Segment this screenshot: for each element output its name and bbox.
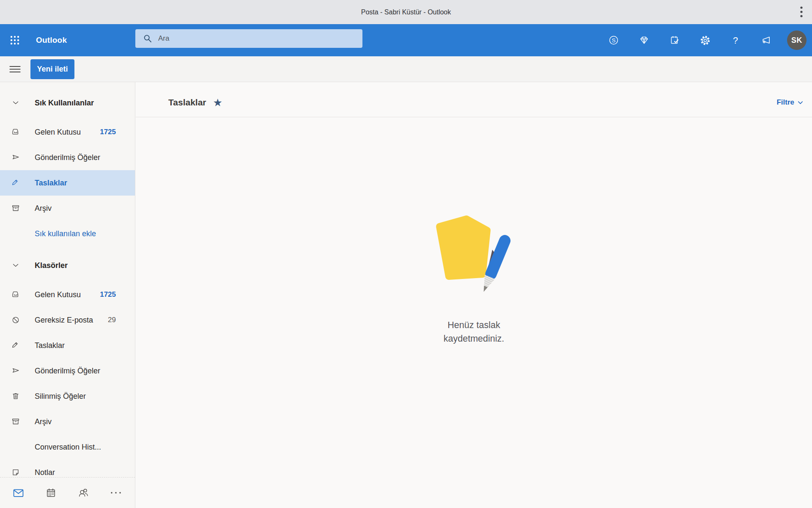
mail-module-icon[interactable] [10, 484, 27, 501]
my-day-tasks-icon[interactable] [665, 31, 684, 50]
appbar-right-icons: S [604, 24, 807, 56]
account-avatar[interactable]: SK [787, 30, 807, 50]
item-label: Gelen Kutusu [31, 290, 81, 299]
feedback-megaphone-icon[interactable] [757, 31, 775, 50]
new-message-button[interactable]: Yeni ileti [30, 59, 74, 79]
sidebar-item-junk[interactable]: Gereksiz E-posta 29 [0, 307, 135, 333]
favorites-items: Gelen Kutusu 1725 Gönderilmiş Öğeler Tas… [0, 119, 135, 246]
sidebar-item-archive[interactable]: Arşiv [0, 196, 135, 221]
item-label: Silinmiş Öğeler [31, 392, 86, 401]
sidebar-item-archive[interactable]: Arşiv [0, 409, 135, 434]
item-label: Taslaklar [31, 341, 65, 350]
calendar-module-icon[interactable] [42, 484, 59, 501]
svg-text:S: S [612, 37, 615, 44]
section-header-folders[interactable]: Klasörler [0, 256, 135, 275]
app-header-bar: Outlook S [0, 24, 812, 56]
empty-drafts-state: Henüz taslak kaydetmediniz. [136, 214, 812, 345]
sidebar-item-inbox[interactable]: Gelen Kutusu 1725 [0, 282, 135, 307]
empty-line-2: kaydetmediniz. [444, 332, 504, 345]
sidebar-item-inbox[interactable]: Gelen Kutusu 1725 [0, 119, 135, 145]
browser-menu-kebab-icon[interactable] [798, 5, 805, 20]
item-label: Gelen Kutusu [31, 128, 81, 137]
item-label: Arşiv [31, 417, 52, 426]
item-label: Arşiv [31, 204, 52, 213]
folder-sidebar: Sık Kullanılanlar Gelen Kutusu 1725 [0, 82, 135, 508]
item-label: Sık kullanılan ekle [31, 229, 96, 238]
pencil-icon [0, 178, 31, 188]
sidebar-item-drafts[interactable]: Taslaklar [0, 333, 135, 358]
app-name[interactable]: Outlook [36, 36, 67, 45]
chevron-down-icon [0, 98, 31, 108]
chevron-down-icon [797, 99, 804, 106]
pencil-icon [0, 341, 31, 350]
item-label: Gereksiz E-posta [31, 316, 93, 325]
outlook-mail-screen: Posta - Sabri Küstür - Outlook Outlook [0, 0, 812, 508]
sidebar-item-conversation-history[interactable]: Conversation Hist... [0, 434, 135, 460]
item-label: Gönderilmiş Öğeler [31, 367, 100, 375]
sidebar-item-sent[interactable]: Gönderilmiş Öğeler [0, 358, 135, 384]
settings-gear-icon[interactable] [696, 31, 714, 50]
sidebar-item-deleted[interactable]: Silinmiş Öğeler [0, 384, 135, 409]
section-label: Sık Kullanılanlar [31, 99, 94, 108]
archive-icon [0, 204, 31, 213]
add-favorite-link[interactable]: Sık kullanılan ekle [0, 221, 135, 246]
help-question-icon[interactable]: ? [726, 31, 745, 50]
avatar-initials: SK [791, 36, 802, 45]
sidebar-item-sent[interactable]: Gönderilmiş Öğeler [0, 145, 135, 170]
folders-items: Gelen Kutusu 1725 Gereksiz E-posta 29 [0, 282, 135, 485]
main-content: Taslaklar ★ Filtre [136, 82, 812, 508]
send-icon [0, 366, 31, 375]
svg-text:?: ? [733, 35, 738, 46]
blocked-icon [0, 315, 31, 325]
module-switcher [0, 477, 135, 508]
search-input[interactable] [158, 29, 362, 48]
empty-line-1: Henüz taslak [444, 318, 504, 332]
filter-label: Filtre [776, 98, 794, 107]
note-icon [0, 468, 31, 477]
filter-dropdown[interactable]: Filtre [776, 98, 804, 107]
section-header-favorites[interactable]: Sık Kullanılanlar [0, 93, 135, 113]
people-module-icon[interactable] [75, 484, 92, 501]
command-toolbar: Yeni ileti [0, 56, 812, 82]
item-count: 29 [108, 316, 116, 324]
skype-icon[interactable]: S [604, 31, 623, 50]
more-modules-ellipsis-icon[interactable] [107, 484, 124, 501]
window-title: Posta - Sabri Küstür - Outlook [361, 8, 451, 16]
search-icon [143, 34, 152, 43]
trash-icon [0, 392, 31, 401]
favorite-star-icon[interactable]: ★ [213, 97, 222, 108]
item-label: Taslaklar [31, 179, 67, 188]
item-label: Notlar [31, 468, 55, 477]
page-title: Taslaklar [168, 97, 206, 108]
unread-count: 1725 [100, 128, 116, 136]
archive-icon [0, 417, 31, 426]
search-box[interactable] [135, 29, 362, 48]
empty-state-message: Henüz taslak kaydetmediniz. [444, 318, 504, 345]
chevron-down-icon [0, 261, 31, 270]
note-and-pencil-illustration [432, 214, 516, 296]
premium-diamond-icon[interactable] [635, 31, 653, 50]
item-label: Conversation Hist... [31, 443, 101, 452]
section-label: Klasörler [31, 261, 68, 270]
folder-header: Taslaklar ★ Filtre [136, 82, 812, 117]
item-label: Gönderilmiş Öğeler [31, 153, 100, 162]
sidebar-item-drafts-selected[interactable]: Taslaklar [0, 170, 135, 196]
app-launcher-waffle-icon[interactable] [5, 31, 24, 50]
send-icon [0, 153, 31, 162]
inbox-icon [0, 290, 31, 299]
hamburger-menu-icon[interactable] [5, 60, 24, 78]
window-titlebar: Posta - Sabri Küstür - Outlook [0, 0, 812, 24]
unread-count: 1725 [100, 290, 116, 299]
inbox-icon [0, 127, 31, 137]
